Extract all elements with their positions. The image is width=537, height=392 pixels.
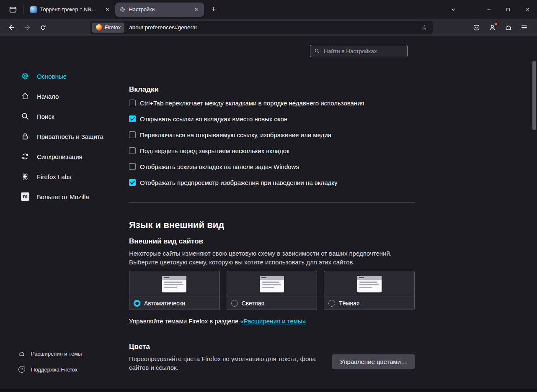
extensions-puzzle-icon[interactable]: [501, 21, 515, 34]
tab-settings[interactable]: Настройки: [115, 3, 204, 17]
home-icon: [21, 92, 29, 100]
pref-row-confirm-close-tabs[interactable]: Подтвердить перед закрытием нескольких в…: [129, 143, 415, 159]
radio-label: Светлая: [242, 300, 264, 307]
pref-row-tab-hover-preview[interactable]: Отображать предпросмотр изображения при …: [129, 174, 415, 190]
tab-close-icon[interactable]: [192, 5, 200, 14]
app-menu-hamburger-icon[interactable]: [517, 21, 531, 34]
toolbar-right-icons: [469, 21, 533, 34]
url-bar[interactable]: Firefox about:preferences#general ☆: [90, 21, 433, 34]
pref-row-switch-to-new-tab[interactable]: Переключаться на открываемую ссылку, изо…: [129, 127, 415, 143]
url-text[interactable]: about:preferences#general: [129, 24, 196, 31]
radio-button[interactable]: [134, 300, 140, 307]
puzzle-icon: [18, 350, 25, 357]
sidebar-item-home[interactable]: Начало: [17, 86, 127, 106]
sidebar-item-label: Firefox Labs: [37, 173, 72, 180]
settings-gear-favicon-icon: [119, 6, 126, 13]
website-appearance-title: Внешний вид сайтов: [129, 237, 415, 246]
sidebar-item-firefox-labs[interactable]: Firefox Labs: [17, 167, 127, 187]
sidebar-item-label: Поиск: [37, 113, 54, 120]
sidebar-item-label: Приватность и Защита: [37, 133, 103, 140]
theme-preview: [324, 271, 414, 297]
lock-icon: [21, 132, 29, 141]
titlebar: Торрент-трекер :: NNM-Club Настройки +: [0, 0, 537, 19]
extensions-themes-link[interactable]: Расширения и темы: [18, 346, 82, 361]
color-scheme-options: Автоматически Светлая: [129, 271, 415, 310]
navigation-toolbar: Firefox about:preferences#general ☆: [0, 19, 537, 36]
checkbox[interactable]: [129, 100, 136, 106]
site-identity-chip[interactable]: Firefox: [92, 23, 124, 33]
close-button[interactable]: [518, 0, 537, 19]
pref-row-open-links-in-tabs[interactable]: Открывать ссылки во вкладках вместо новы…: [129, 111, 415, 127]
preferences-main: Вкладки Ctrl+Tab переключает между вклад…: [129, 36, 415, 372]
pref-row-ctrl-tab[interactable]: Ctrl+Tab переключает между вкладками в п…: [129, 95, 415, 111]
pref-row-taskbar-previews[interactable]: Отображать эскизы вкладок на панели зада…: [129, 159, 415, 174]
scheme-option[interactable]: Автоматически: [129, 297, 219, 310]
footer-item-label: Расширения и темы: [31, 351, 82, 357]
colors-section-title: Цвета: [129, 343, 415, 351]
sidebar-item-label: Больше от Mozilla: [37, 193, 89, 200]
scheme-card-light[interactable]: Светлая: [227, 271, 318, 310]
sidebar-item-more-from-mozilla[interactable]: m Больше от Mozilla: [17, 187, 127, 207]
checkbox[interactable]: [129, 179, 136, 186]
scheme-option[interactable]: Светлая: [227, 297, 317, 310]
description-line: Выберите цветовую схему, которую вы хоти…: [129, 258, 415, 266]
back-button[interactable]: [4, 21, 18, 34]
gear-icon: [21, 72, 29, 80]
checkbox-label: Отображать предпросмотр изображения при …: [140, 179, 338, 186]
tabs-section-title: Вкладки: [129, 85, 415, 94]
tab-nnm-club[interactable]: Торрент-трекер :: NNM-Club: [26, 3, 115, 17]
checkbox[interactable]: [129, 147, 136, 154]
radio-button[interactable]: [328, 300, 335, 307]
minimize-button[interactable]: [479, 0, 498, 19]
help-question-icon: ?: [18, 366, 25, 373]
sidebar-item-general[interactable]: Основные: [17, 66, 127, 86]
bookmark-star-icon[interactable]: ☆: [418, 23, 430, 31]
checkbox[interactable]: [129, 131, 136, 138]
checkbox-label: Ctrl+Tab переключает между вкладками в п…: [140, 100, 364, 107]
manage-themes-line: Управляйте темами Firefox в разделе «Рас…: [129, 318, 415, 325]
firefox-support-link[interactable]: ? Поддержка Firefox: [18, 361, 82, 377]
theme-preview: [227, 271, 317, 297]
plus-icon: +: [212, 5, 216, 14]
settings-sidebar: Основные Начало Поиск Приватность и Защи…: [17, 66, 127, 207]
nnm-club-favicon-icon: [30, 6, 37, 13]
list-all-tabs-button[interactable]: [447, 3, 460, 16]
sidebar-item-label: Начало: [37, 93, 59, 100]
manage-colors-button[interactable]: Управление цветами…: [332, 354, 415, 369]
sync-icon: [21, 152, 29, 161]
maximize-button[interactable]: [498, 0, 518, 19]
browser-window: Торрент-трекер :: NNM-Club Настройки +: [0, 0, 537, 392]
checkbox[interactable]: [129, 163, 136, 170]
account-notification-badge: [494, 22, 498, 26]
tab-close-icon[interactable]: [103, 5, 111, 14]
scheme-card-auto[interactable]: Автоматически: [129, 271, 220, 310]
tab-title: Настройки: [129, 7, 188, 13]
sidebar-item-privacy[interactable]: Приватность и Защита: [17, 126, 127, 146]
description-line: Некоторые сайты изменяют свою цветовую с…: [129, 249, 415, 258]
account-button[interactable]: [485, 21, 499, 34]
forward-button[interactable]: [20, 21, 34, 34]
checkbox-label: Переключаться на открываемую ссылку, изо…: [140, 131, 331, 138]
save-to-pocket-icon[interactable]: [469, 21, 483, 34]
scheme-card-dark[interactable]: Тёмная: [324, 271, 415, 310]
sidebar-item-label: Основные: [37, 73, 67, 80]
checkbox-label: Открывать ссылки во вкладках вместо новы…: [140, 115, 287, 123]
sidebar-item-sync[interactable]: Синхронизация: [17, 146, 127, 167]
firefox-view-icon[interactable]: [6, 3, 20, 17]
extensions-themes-inline-link[interactable]: «Расширения и темы»: [240, 318, 306, 325]
sidebar-item-label: Синхронизация: [37, 153, 83, 160]
checkbox[interactable]: [129, 115, 136, 122]
scheme-option[interactable]: Тёмная: [324, 297, 414, 310]
new-tab-button[interactable]: +: [207, 3, 220, 16]
window-bottom-edge: [0, 389, 537, 392]
scrollbar-thumb[interactable]: [532, 61, 536, 130]
section-divider: [129, 202, 415, 203]
sidebar-item-search[interactable]: Поиск: [17, 106, 127, 126]
footer-item-label: Поддержка Firefox: [31, 366, 77, 373]
labs-atom-icon: [21, 172, 29, 181]
mozilla-logo-icon: m: [21, 192, 29, 201]
reload-button[interactable]: [36, 21, 50, 34]
preferences-page: Основные Начало Поиск Приватность и Защи…: [0, 36, 537, 389]
manage-themes-text: Управляйте темами Firefox в разделе: [129, 318, 240, 325]
radio-button[interactable]: [231, 300, 238, 307]
